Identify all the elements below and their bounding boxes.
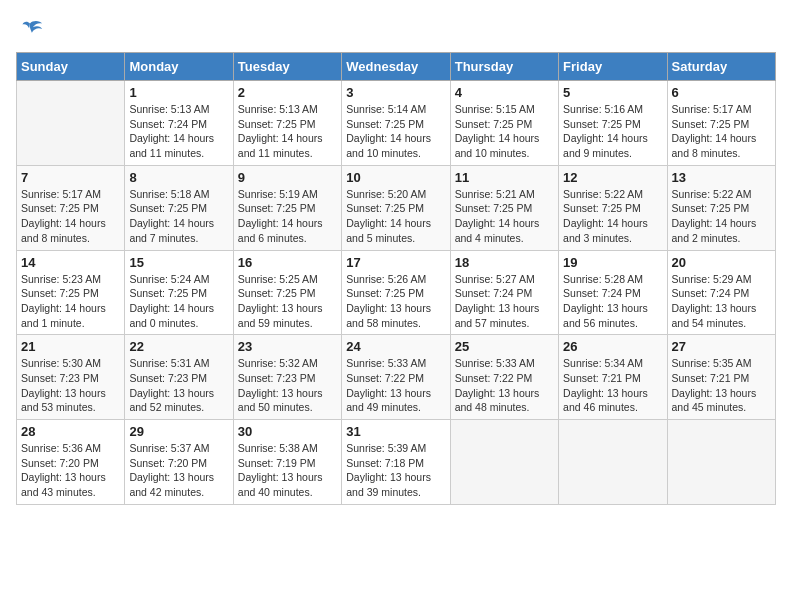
day-info: Sunrise: 5:24 AMSunset: 7:25 PMDaylight:… xyxy=(129,272,228,331)
calendar-cell: 9Sunrise: 5:19 AMSunset: 7:25 PMDaylight… xyxy=(233,165,341,250)
calendar-cell: 30Sunrise: 5:38 AMSunset: 7:19 PMDayligh… xyxy=(233,420,341,505)
day-number: 24 xyxy=(346,339,445,354)
calendar-header-row: SundayMondayTuesdayWednesdayThursdayFrid… xyxy=(17,53,776,81)
day-info: Sunrise: 5:15 AMSunset: 7:25 PMDaylight:… xyxy=(455,102,554,161)
day-number: 31 xyxy=(346,424,445,439)
day-info: Sunrise: 5:32 AMSunset: 7:23 PMDaylight:… xyxy=(238,356,337,415)
calendar-cell: 3Sunrise: 5:14 AMSunset: 7:25 PMDaylight… xyxy=(342,81,450,166)
day-number: 18 xyxy=(455,255,554,270)
day-info: Sunrise: 5:28 AMSunset: 7:24 PMDaylight:… xyxy=(563,272,662,331)
day-number: 9 xyxy=(238,170,337,185)
calendar-cell: 17Sunrise: 5:26 AMSunset: 7:25 PMDayligh… xyxy=(342,250,450,335)
calendar-cell: 26Sunrise: 5:34 AMSunset: 7:21 PMDayligh… xyxy=(559,335,667,420)
day-info: Sunrise: 5:14 AMSunset: 7:25 PMDaylight:… xyxy=(346,102,445,161)
calendar-cell: 1Sunrise: 5:13 AMSunset: 7:24 PMDaylight… xyxy=(125,81,233,166)
day-info: Sunrise: 5:26 AMSunset: 7:25 PMDaylight:… xyxy=(346,272,445,331)
calendar-cell xyxy=(559,420,667,505)
calendar-cell: 15Sunrise: 5:24 AMSunset: 7:25 PMDayligh… xyxy=(125,250,233,335)
day-info: Sunrise: 5:17 AMSunset: 7:25 PMDaylight:… xyxy=(21,187,120,246)
calendar-cell: 27Sunrise: 5:35 AMSunset: 7:21 PMDayligh… xyxy=(667,335,775,420)
day-info: Sunrise: 5:37 AMSunset: 7:20 PMDaylight:… xyxy=(129,441,228,500)
calendar-cell: 24Sunrise: 5:33 AMSunset: 7:22 PMDayligh… xyxy=(342,335,450,420)
calendar-cell: 2Sunrise: 5:13 AMSunset: 7:25 PMDaylight… xyxy=(233,81,341,166)
day-info: Sunrise: 5:19 AMSunset: 7:25 PMDaylight:… xyxy=(238,187,337,246)
logo-bird-icon xyxy=(16,16,44,44)
calendar-week-row: 14Sunrise: 5:23 AMSunset: 7:25 PMDayligh… xyxy=(17,250,776,335)
day-number: 27 xyxy=(672,339,771,354)
calendar-cell: 12Sunrise: 5:22 AMSunset: 7:25 PMDayligh… xyxy=(559,165,667,250)
day-number: 3 xyxy=(346,85,445,100)
day-number: 12 xyxy=(563,170,662,185)
calendar-cell: 7Sunrise: 5:17 AMSunset: 7:25 PMDaylight… xyxy=(17,165,125,250)
page-header xyxy=(16,16,776,44)
calendar-cell: 21Sunrise: 5:30 AMSunset: 7:23 PMDayligh… xyxy=(17,335,125,420)
logo xyxy=(16,16,48,44)
calendar-cell: 16Sunrise: 5:25 AMSunset: 7:25 PMDayligh… xyxy=(233,250,341,335)
day-info: Sunrise: 5:31 AMSunset: 7:23 PMDaylight:… xyxy=(129,356,228,415)
calendar-cell: 6Sunrise: 5:17 AMSunset: 7:25 PMDaylight… xyxy=(667,81,775,166)
day-info: Sunrise: 5:38 AMSunset: 7:19 PMDaylight:… xyxy=(238,441,337,500)
column-header-sunday: Sunday xyxy=(17,53,125,81)
column-header-friday: Friday xyxy=(559,53,667,81)
day-info: Sunrise: 5:13 AMSunset: 7:24 PMDaylight:… xyxy=(129,102,228,161)
day-info: Sunrise: 5:30 AMSunset: 7:23 PMDaylight:… xyxy=(21,356,120,415)
column-header-tuesday: Tuesday xyxy=(233,53,341,81)
calendar-cell: 13Sunrise: 5:22 AMSunset: 7:25 PMDayligh… xyxy=(667,165,775,250)
day-number: 25 xyxy=(455,339,554,354)
day-number: 8 xyxy=(129,170,228,185)
day-number: 29 xyxy=(129,424,228,439)
calendar-cell: 29Sunrise: 5:37 AMSunset: 7:20 PMDayligh… xyxy=(125,420,233,505)
day-number: 14 xyxy=(21,255,120,270)
calendar-cell: 5Sunrise: 5:16 AMSunset: 7:25 PMDaylight… xyxy=(559,81,667,166)
calendar-cell: 4Sunrise: 5:15 AMSunset: 7:25 PMDaylight… xyxy=(450,81,558,166)
calendar-cell: 20Sunrise: 5:29 AMSunset: 7:24 PMDayligh… xyxy=(667,250,775,335)
calendar-cell xyxy=(450,420,558,505)
calendar-cell: 23Sunrise: 5:32 AMSunset: 7:23 PMDayligh… xyxy=(233,335,341,420)
day-number: 21 xyxy=(21,339,120,354)
day-number: 30 xyxy=(238,424,337,439)
day-number: 19 xyxy=(563,255,662,270)
calendar-cell: 14Sunrise: 5:23 AMSunset: 7:25 PMDayligh… xyxy=(17,250,125,335)
calendar-week-row: 28Sunrise: 5:36 AMSunset: 7:20 PMDayligh… xyxy=(17,420,776,505)
calendar-cell: 10Sunrise: 5:20 AMSunset: 7:25 PMDayligh… xyxy=(342,165,450,250)
calendar-cell: 8Sunrise: 5:18 AMSunset: 7:25 PMDaylight… xyxy=(125,165,233,250)
day-number: 5 xyxy=(563,85,662,100)
day-number: 1 xyxy=(129,85,228,100)
column-header-saturday: Saturday xyxy=(667,53,775,81)
calendar-body: 1Sunrise: 5:13 AMSunset: 7:24 PMDaylight… xyxy=(17,81,776,505)
calendar-cell: 18Sunrise: 5:27 AMSunset: 7:24 PMDayligh… xyxy=(450,250,558,335)
column-header-monday: Monday xyxy=(125,53,233,81)
day-info: Sunrise: 5:27 AMSunset: 7:24 PMDaylight:… xyxy=(455,272,554,331)
day-info: Sunrise: 5:20 AMSunset: 7:25 PMDaylight:… xyxy=(346,187,445,246)
day-info: Sunrise: 5:34 AMSunset: 7:21 PMDaylight:… xyxy=(563,356,662,415)
day-number: 26 xyxy=(563,339,662,354)
day-number: 11 xyxy=(455,170,554,185)
day-number: 7 xyxy=(21,170,120,185)
calendar-cell: 31Sunrise: 5:39 AMSunset: 7:18 PMDayligh… xyxy=(342,420,450,505)
calendar-cell: 19Sunrise: 5:28 AMSunset: 7:24 PMDayligh… xyxy=(559,250,667,335)
day-number: 13 xyxy=(672,170,771,185)
day-info: Sunrise: 5:36 AMSunset: 7:20 PMDaylight:… xyxy=(21,441,120,500)
day-number: 16 xyxy=(238,255,337,270)
calendar-week-row: 1Sunrise: 5:13 AMSunset: 7:24 PMDaylight… xyxy=(17,81,776,166)
day-info: Sunrise: 5:17 AMSunset: 7:25 PMDaylight:… xyxy=(672,102,771,161)
day-number: 22 xyxy=(129,339,228,354)
calendar-week-row: 7Sunrise: 5:17 AMSunset: 7:25 PMDaylight… xyxy=(17,165,776,250)
day-number: 15 xyxy=(129,255,228,270)
day-number: 4 xyxy=(455,85,554,100)
day-info: Sunrise: 5:23 AMSunset: 7:25 PMDaylight:… xyxy=(21,272,120,331)
calendar-cell: 28Sunrise: 5:36 AMSunset: 7:20 PMDayligh… xyxy=(17,420,125,505)
column-header-wednesday: Wednesday xyxy=(342,53,450,81)
calendar-table: SundayMondayTuesdayWednesdayThursdayFrid… xyxy=(16,52,776,505)
day-info: Sunrise: 5:25 AMSunset: 7:25 PMDaylight:… xyxy=(238,272,337,331)
day-info: Sunrise: 5:22 AMSunset: 7:25 PMDaylight:… xyxy=(672,187,771,246)
calendar-cell: 22Sunrise: 5:31 AMSunset: 7:23 PMDayligh… xyxy=(125,335,233,420)
day-number: 17 xyxy=(346,255,445,270)
calendar-cell: 11Sunrise: 5:21 AMSunset: 7:25 PMDayligh… xyxy=(450,165,558,250)
calendar-cell xyxy=(667,420,775,505)
day-info: Sunrise: 5:33 AMSunset: 7:22 PMDaylight:… xyxy=(455,356,554,415)
calendar-cell: 25Sunrise: 5:33 AMSunset: 7:22 PMDayligh… xyxy=(450,335,558,420)
day-info: Sunrise: 5:22 AMSunset: 7:25 PMDaylight:… xyxy=(563,187,662,246)
day-number: 23 xyxy=(238,339,337,354)
calendar-cell xyxy=(17,81,125,166)
